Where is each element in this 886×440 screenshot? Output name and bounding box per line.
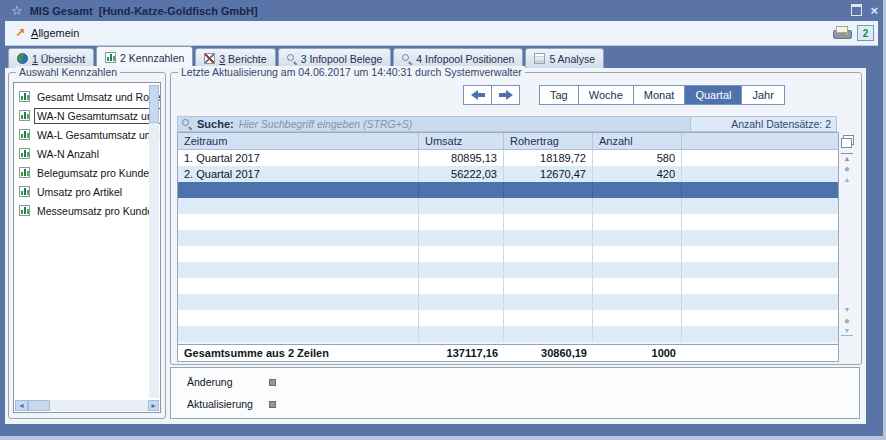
column-header-anzahl: Anzahl: [593, 133, 682, 149]
table-row-empty[interactable]: [178, 246, 838, 262]
menu-item-allgemein[interactable]: Allgemein: [31, 27, 79, 39]
table-side-toolbar: ▲ ◆ ▲ ▼ ◆ ▼: [839, 132, 855, 358]
left-arrow-icon: [471, 90, 485, 100]
kpi-item-chart-icon: [19, 110, 30, 121]
favorite-star-icon[interactable]: ☆: [11, 0, 23, 21]
vertical-scrollbar[interactable]: [149, 85, 159, 398]
kpi-list-item[interactable]: Messeumsatz pro Kunde: [14, 201, 160, 220]
table-sum-row: Gesamtsumme aus 2 Zeilen137117,1630860,1…: [178, 344, 838, 361]
table-row-empty[interactable]: [178, 278, 838, 294]
right-arrow-icon: [499, 90, 513, 100]
search-bar[interactable]: Suche:: [178, 117, 690, 131]
column-header-rohertrag: Rohertrag: [504, 133, 593, 149]
search-input[interactable]: [239, 117, 690, 131]
scroll-right-icon[interactable]: ►: [148, 400, 159, 411]
aenderung-color-swatch: [269, 379, 276, 386]
page-up-icon[interactable]: ◆: [841, 163, 853, 174]
menu-bar: ↗ Allgemein 2: [5, 21, 878, 46]
period-button-group: Tag Woche Monat Quartal Jahr: [539, 85, 785, 105]
kpi-list-item[interactable]: Gesamt Umsatz und Rohertrag: [14, 87, 160, 106]
tab-infopool-positionen[interactable]: 4 Infopool Positionen: [393, 48, 523, 68]
next-period-button[interactable]: [491, 86, 519, 104]
aktualisierung-color-swatch: [269, 401, 276, 408]
row-down-icon[interactable]: ▼: [841, 304, 853, 315]
search-row: Suche: Anzahl Datensätze: 2: [177, 116, 837, 132]
last-update-groupbox: Letzte Aktualisierung am 04.06.2017 um 1…: [170, 72, 862, 365]
scroll-to-top-icon[interactable]: ▲: [841, 153, 853, 163]
kpi-item-chart-icon: [19, 205, 30, 216]
table-header-row[interactable]: Zeitraum Umsatz Rohertrag Anzahl: [178, 133, 838, 150]
search-icon: [402, 54, 412, 64]
tab-uebersicht[interactable]: 1 Übersicht: [8, 48, 94, 68]
window-counter-button[interactable]: 2: [857, 25, 874, 41]
kpi-list-item[interactable]: Umsatz pro Artikel: [14, 182, 160, 201]
previous-period-button[interactable]: [464, 86, 491, 104]
period-nav-buttons: [463, 85, 520, 105]
period-quartal-button[interactable]: Quartal: [685, 86, 742, 104]
kpi-list-item[interactable]: WA-L Gesamtumsatz und Rohertrag: [14, 125, 160, 144]
tab-kennzahlen[interactable]: 2 Kennzahlen: [96, 46, 193, 68]
legend-item-aenderung: Änderung: [187, 374, 859, 390]
kpi-chart-icon: [105, 52, 116, 63]
table-row[interactable]: 1. Quartal 201780895,1318189,72580: [178, 150, 838, 166]
title-bar: ☆ MIS Gesamt [Hund-Katze-Goldfisch GmbH]…: [5, 0, 878, 21]
window-frame-edge: [0, 436, 886, 440]
period-tag-button[interactable]: Tag: [540, 86, 579, 104]
tab-infopool-belege[interactable]: 3 Infopool Belege: [278, 48, 392, 68]
page-down-icon[interactable]: ◆: [841, 315, 853, 326]
horizontal-scrollbar[interactable]: ◄: [15, 400, 148, 411]
table-row-empty[interactable]: [178, 230, 838, 246]
table-row[interactable]: 2. Quartal 201756222,0312670,47420: [178, 166, 838, 182]
kpi-list-item[interactable]: WA-N Anzahl: [14, 144, 160, 163]
search-label: Suche:: [197, 118, 234, 130]
table-row-empty[interactable]: [178, 326, 838, 342]
kpi-item-chart-icon: [19, 167, 30, 178]
analysis-table-icon: [534, 53, 545, 64]
kpi-selection-groupbox: Auswahl Kennzahlen Gesamt Umsatz und Roh…: [8, 72, 166, 419]
period-jahr-button[interactable]: Jahr: [742, 86, 783, 104]
record-count-badge: Anzahl Datensätze: 2: [690, 117, 836, 131]
kpi-list-item-selected[interactable]: WA-N Gesamtumsatz und Rohertrag: [14, 106, 160, 125]
kpi-table: Zeitraum Umsatz Rohertrag Anzahl 1. Quar…: [177, 132, 839, 362]
menu-item-label: llgemein: [38, 27, 79, 39]
scrollbar-thumb[interactable]: [149, 85, 159, 123]
print-icon[interactable]: [833, 26, 850, 40]
table-row-empty[interactable]: [178, 294, 838, 310]
column-header-empty: [682, 133, 838, 149]
report-icon: [204, 53, 215, 64]
table-row-empty[interactable]: [178, 198, 838, 214]
status-legend-panel: Änderung Aktualisierung: [170, 367, 860, 419]
scrollbar-thumb[interactable]: [28, 400, 50, 411]
table-row-selected[interactable]: [178, 182, 838, 198]
tab-berichte[interactable]: 3 Berichte: [195, 48, 275, 68]
copy-table-icon[interactable]: [843, 135, 854, 145]
jump-arrow-icon: ↗: [15, 26, 25, 40]
column-header-zeitraum: Zeitraum: [178, 133, 419, 149]
window-title: MIS Gesamt [Hund-Katze-Goldfisch GmbH]: [30, 5, 258, 17]
overview-globe-icon: [17, 53, 28, 64]
kpi-selection-title: Auswahl Kennzahlen: [16, 66, 120, 78]
kpi-item-chart-icon: [19, 148, 30, 159]
kpi-item-chart-icon: [19, 91, 30, 102]
period-woche-button[interactable]: Woche: [579, 86, 634, 104]
search-icon: [182, 119, 192, 129]
last-update-title: Letzte Aktualisierung am 04.06.2017 um 1…: [178, 66, 525, 78]
scroll-to-bottom-icon[interactable]: ▼: [841, 326, 853, 336]
kpi-item-chart-icon: [19, 186, 30, 197]
period-monat-button[interactable]: Monat: [634, 86, 686, 104]
tab-page-kennzahlen: Auswahl Kennzahlen Gesamt Umsatz und Roh…: [5, 68, 866, 424]
search-icon: [287, 54, 297, 64]
scroll-left-icon[interactable]: ◄: [15, 400, 28, 411]
table-row-empty[interactable]: [178, 310, 838, 326]
table-row-empty[interactable]: [178, 262, 838, 278]
row-up-icon[interactable]: ▲: [841, 174, 853, 185]
restore-window-icon[interactable]: [851, 4, 862, 18]
application-window: ☆ MIS Gesamt [Hund-Katze-Goldfisch GmbH]…: [0, 0, 886, 440]
kpi-list: Gesamt Umsatz und Rohertrag WA-N Gesamtu…: [13, 82, 161, 413]
kpi-list-item[interactable]: Belegumsatz pro Kunde: [14, 163, 160, 182]
close-window-icon[interactable]: ×: [870, 4, 878, 17]
column-header-umsatz: Umsatz: [419, 133, 504, 149]
tab-analyse[interactable]: 5 Analyse: [525, 48, 604, 68]
table-row-empty[interactable]: [178, 214, 838, 230]
legend-item-aktualisierung: Aktualisierung: [187, 396, 859, 412]
